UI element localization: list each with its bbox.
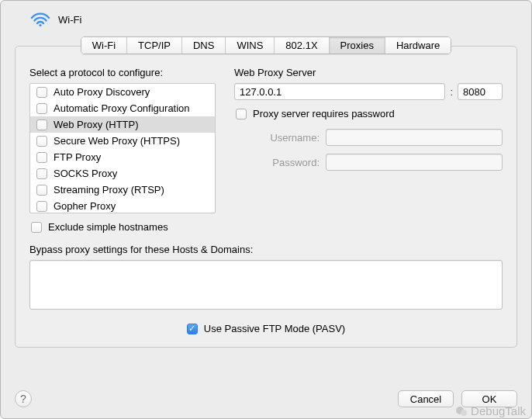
checkbox-icon[interactable] [36,119,47,130]
tab-tcpip[interactable]: TCP/IP [127,37,182,54]
tab-wifi[interactable]: Wi-Fi [81,37,127,54]
protocol-row[interactable]: Streaming Proxy (RTSP) [30,182,215,198]
protocol-label: Web Proxy (HTTP) [54,119,139,130]
ok-button[interactable]: OK [461,390,517,407]
checkbox-icon[interactable]: ✓ [187,324,198,334]
checkbox-icon[interactable] [36,168,47,179]
help-icon: ? [20,393,26,405]
svg-point-0 [39,24,41,26]
wifi-icon [30,12,50,27]
window-header: Wi-Fi [1,1,531,33]
checkbox-icon[interactable] [36,103,47,114]
footer: ? Cancel OK [1,383,531,418]
tab-dns[interactable]: DNS [182,37,226,54]
protocol-label: Auto Proxy Discovery [54,86,150,98]
tab-proxies[interactable]: Proxies [330,37,385,54]
password-input[interactable] [326,154,503,171]
checkbox-icon[interactable] [36,201,47,212]
tabs: Wi-Fi TCP/IP DNS WINS 802.1X Proxies Har… [81,36,452,54]
require-password-row[interactable]: Proxy server requires password [234,108,503,119]
protocol-title: Select a protocol to configure: [29,67,216,78]
protocol-label: SOCKS Proxy [54,168,117,179]
protocol-row[interactable]: FTP Proxy [30,149,215,165]
pasv-row[interactable]: ✓ Use Passive FTP Mode (PASV) [29,323,503,334]
help-button[interactable]: ? [15,390,32,407]
checkbox-icon[interactable] [36,185,47,196]
checkbox-icon[interactable] [36,87,47,98]
bypass-textarea[interactable] [29,260,503,310]
tab-hardware[interactable]: Hardware [385,37,451,54]
protocol-row[interactable]: Secure Web Proxy (HTTPS) [30,133,215,149]
checkbox-icon[interactable] [31,222,42,233]
protocol-label: Streaming Proxy (RTSP) [54,184,164,196]
checkbox-icon[interactable] [236,109,247,119]
server-title: Web Proxy Server [234,67,503,78]
username-label: Username: [234,132,320,144]
exclude-hostnames-row[interactable]: Exclude simple hostnames [29,221,216,233]
proxy-port-input[interactable] [458,83,503,100]
bypass-label: Bypass proxy settings for these Hosts & … [29,244,503,255]
tab-wins[interactable]: WINS [226,37,275,54]
checkbox-icon[interactable] [36,136,47,147]
proxies-panel: Select a protocol to configure: Auto Pro… [15,46,517,348]
protocol-row[interactable]: SOCKS Proxy [30,165,215,182]
require-password-label: Proxy server requires password [253,108,395,119]
protocol-row[interactable]: Automatic Proxy Configuration [30,100,215,116]
protocol-row[interactable]: Web Proxy (HTTP) [30,116,215,133]
checkbox-icon[interactable] [36,152,47,163]
proxy-host-input[interactable] [234,83,445,100]
host-port-separator: : [450,86,453,98]
protocol-row[interactable]: Auto Proxy Discovery [30,84,215,100]
protocol-label: Gopher Proxy [54,200,116,212]
protocol-label: Automatic Proxy Configuration [54,102,190,114]
cancel-button[interactable]: Cancel [398,390,454,407]
protocol-label: Secure Web Proxy (HTTPS) [54,135,180,147]
tab-8021x[interactable]: 802.1X [275,37,329,54]
tabs-container: Wi-Fi TCP/IP DNS WINS 802.1X Proxies Har… [1,36,531,54]
protocol-list[interactable]: Auto Proxy Discovery Automatic Proxy Con… [29,83,216,213]
pasv-label: Use Passive FTP Mode (PASV) [204,323,345,334]
server-column: Web Proxy Server : Proxy server requires… [234,67,503,233]
protocol-label: FTP Proxy [54,151,101,163]
protocol-column: Select a protocol to configure: Auto Pro… [29,67,216,233]
exclude-hostnames-label: Exclude simple hostnames [48,221,168,233]
protocol-row[interactable]: Gopher Proxy [30,198,215,213]
preferences-window: Wi-Fi Wi-Fi TCP/IP DNS WINS 802.1X Proxi… [0,0,532,419]
password-label: Password: [234,157,320,168]
username-input[interactable] [326,129,503,146]
header-title: Wi-Fi [58,14,81,26]
